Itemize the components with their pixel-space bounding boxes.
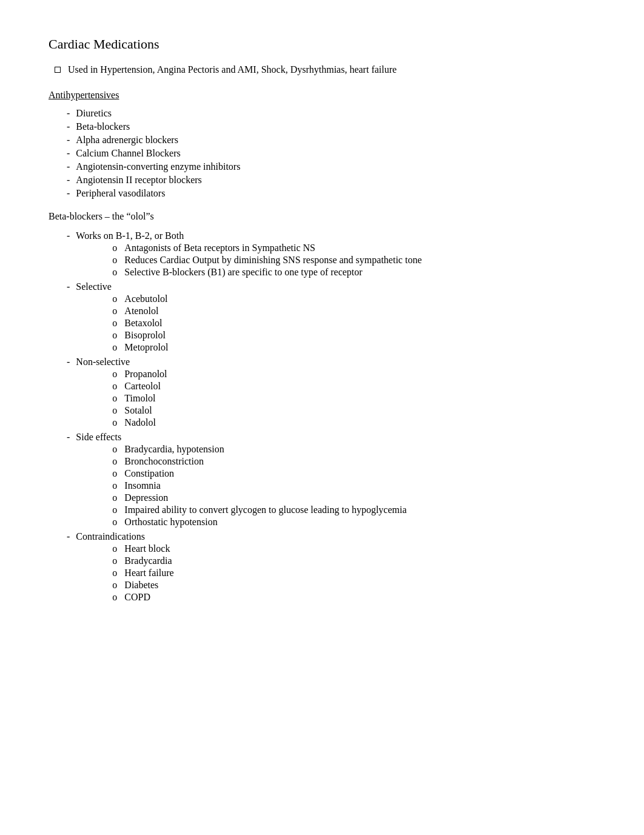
o-bullet: o xyxy=(112,543,117,554)
o-bullet: o xyxy=(112,342,117,353)
dash-icon: - xyxy=(67,161,70,172)
dash-icon: - xyxy=(67,357,70,367)
list-item: oSotalol xyxy=(112,405,595,416)
o-bullet: o xyxy=(112,444,117,455)
o-bullet: o xyxy=(112,492,117,503)
sub-item-text: Orthostatic hypotension xyxy=(124,517,217,528)
dash-icon: - xyxy=(67,432,70,443)
list-item: -Diuretics xyxy=(67,108,595,119)
o-bullet: o xyxy=(112,480,117,491)
intro-line: Used in Hypertension, Angina Pectoris an… xyxy=(55,64,595,75)
list-item: oInsomnia xyxy=(112,480,595,491)
intro-text: Used in Hypertension, Angina Pectoris an… xyxy=(68,64,397,75)
antihypertensives-section: Antihypertensives -Diuretics -Beta-block… xyxy=(49,90,595,199)
list-item-text: Peripheral vasodilators xyxy=(76,188,165,199)
list-item: -Calcium Channel Blockers xyxy=(67,148,595,159)
antihypertensives-label: Antihypertensives xyxy=(49,90,595,101)
list-item: oBradycardia, hypotension xyxy=(112,444,595,455)
sub-item-text: Heart failure xyxy=(124,568,173,578)
list-item-text: Calcium Channel Blockers xyxy=(76,148,180,159)
o-bullet: o xyxy=(112,417,117,428)
list-item: -Angiotensin II receptor blockers xyxy=(67,175,595,186)
list-item: oCOPD xyxy=(112,592,595,603)
sub-item-text: Metoprolol xyxy=(124,342,168,353)
o-bullet: o xyxy=(112,381,117,392)
dash-icon: - xyxy=(67,121,70,132)
sub-list: oHeart block oBradycardia oHeart failure… xyxy=(112,543,595,604)
list-item-text: Diuretics xyxy=(76,108,112,119)
sub-list: oAntagonists of Beta receptors in Sympat… xyxy=(112,243,595,279)
list-item: oBetaxolol xyxy=(112,318,595,329)
list-item-text: Angiotensin-converting enzyme inhibitors xyxy=(76,161,240,172)
dash-icon: - xyxy=(67,531,70,542)
list-item: oTimolol xyxy=(112,393,595,404)
bullet-icon xyxy=(55,67,61,73)
dash-icon: - xyxy=(67,175,70,186)
list-item-text: Alpha adrenergic blockers xyxy=(76,135,178,146)
dash-icon: - xyxy=(67,281,70,292)
list-item: oCarteolol xyxy=(112,381,595,392)
list-item: oImpaired ability to convert glycogen to… xyxy=(112,505,595,515)
sub-item-text: Heart block xyxy=(124,543,170,554)
sub-item-text: Sotalol xyxy=(124,405,152,416)
o-bullet: o xyxy=(112,330,117,341)
dash-icon: - xyxy=(67,230,70,241)
sub-item-text: Nadolol xyxy=(124,417,156,428)
sub-item-text: Constipation xyxy=(124,468,174,479)
o-bullet: o xyxy=(112,306,117,317)
o-bullet: o xyxy=(112,369,117,380)
list-item: oConstipation xyxy=(112,468,595,479)
o-bullet: o xyxy=(112,267,117,278)
o-bullet: o xyxy=(112,568,117,578)
group-label: Contraindications xyxy=(76,531,595,542)
sub-list: oPropanolol oCarteolol oTimolol oSotalol… xyxy=(112,369,595,429)
o-bullet: o xyxy=(112,243,117,253)
group-label: Non-selective xyxy=(76,357,595,367)
sub-item-text: Carteolol xyxy=(124,381,161,392)
list-item: oBisoprolol xyxy=(112,330,595,341)
dash-icon: - xyxy=(67,108,70,119)
list-item: oOrthostatic hypotension xyxy=(112,517,595,528)
list-item: oPropanolol xyxy=(112,369,595,380)
o-bullet: o xyxy=(112,580,117,591)
o-bullet: o xyxy=(112,405,117,416)
list-item: oNadolol xyxy=(112,417,595,428)
list-item: - Works on B-1, B-2, or Both oAntagonist… xyxy=(67,230,595,279)
o-bullet: o xyxy=(112,456,117,467)
sub-list: oBradycardia, hypotension oBronchoconstr… xyxy=(112,444,595,529)
o-bullet: o xyxy=(112,393,117,404)
group-label: Side effects xyxy=(76,432,595,443)
group-label: Selective xyxy=(76,281,595,292)
sub-item-text: Atenolol xyxy=(124,306,158,317)
list-item: - Side effects oBradycardia, hypotension… xyxy=(67,432,595,529)
list-item: oAtenolol xyxy=(112,306,595,317)
sub-item-text: COPD xyxy=(124,592,150,603)
list-item: oHeart failure xyxy=(112,568,595,578)
sub-item-text: Bradycardia, hypotension xyxy=(124,444,224,455)
sub-item-text: Impaired ability to convert glycogen to … xyxy=(124,505,406,515)
group-selective: Selective oAcebutolol oAtenolol oBetaxol… xyxy=(76,281,595,354)
sub-item-text: Depression xyxy=(124,492,168,503)
list-item: -Peripheral vasodilators xyxy=(67,188,595,199)
o-bullet: o xyxy=(112,592,117,603)
beta-blockers-section: Beta-blockers – the “olol”s - Works on B… xyxy=(49,211,595,604)
sub-item-text: Bradycardia xyxy=(124,555,172,566)
sub-item-text: Betaxolol xyxy=(124,318,162,329)
o-bullet: o xyxy=(112,505,117,515)
group-non-selective: Non-selective oPropanolol oCarteolol oTi… xyxy=(76,357,595,429)
list-item-text: Angiotensin II receptor blockers xyxy=(76,175,201,186)
dash-icon: - xyxy=(67,188,70,199)
sub-item-text: Timolol xyxy=(124,393,155,404)
list-item: oHeart block xyxy=(112,543,595,554)
group-label: Works on B-1, B-2, or Both xyxy=(76,230,595,241)
sub-item-text: Bisoprolol xyxy=(124,330,166,341)
sub-item-text: Selective B-blockers (B1) are specific t… xyxy=(124,267,362,278)
list-item: oAcebutolol xyxy=(112,293,595,304)
sub-item-text: Propanolol xyxy=(124,369,167,380)
list-item: oMetoprolol xyxy=(112,342,595,353)
sub-item-text: Insomnia xyxy=(124,480,161,491)
sub-item-text: Reduces Cardiac Output by diminishing SN… xyxy=(124,255,421,266)
list-item: oAntagonists of Beta receptors in Sympat… xyxy=(112,243,595,253)
sub-item-text: Acebutolol xyxy=(124,293,167,304)
list-item: - Selective oAcebutolol oAtenolol oBetax… xyxy=(67,281,595,354)
